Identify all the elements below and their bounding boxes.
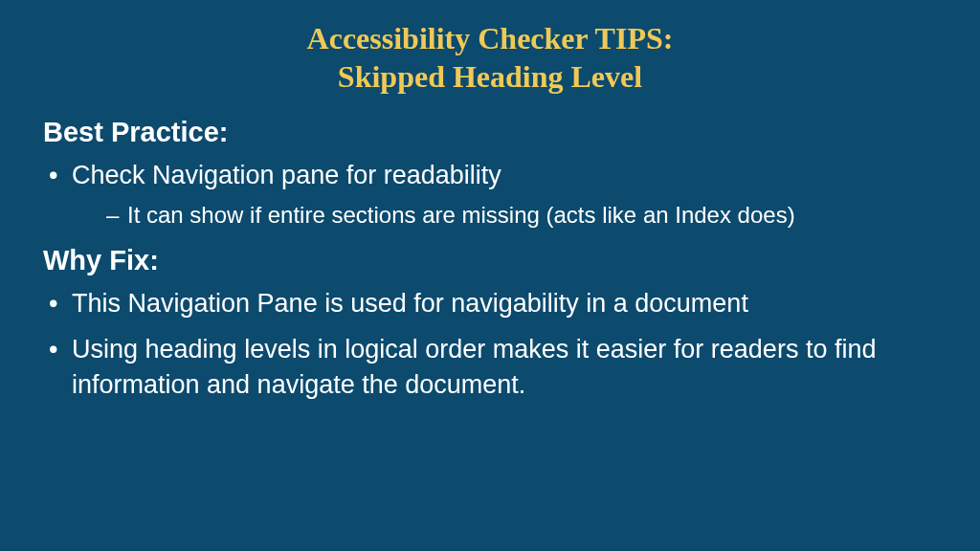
title-line-2: Skipped Heading Level <box>338 59 642 94</box>
bullet-text: Check Navigation pane for readability <box>72 161 501 189</box>
sub-list: It can show if entire sections are missi… <box>72 200 937 231</box>
slide-title: Accessibility Checker TIPS: Skipped Head… <box>43 19 937 96</box>
title-line-1: Accessibility Checker TIPS: <box>307 21 674 55</box>
list-item: Using heading levels in logical order ma… <box>43 332 937 402</box>
best-practice-list: Check Navigation pane for readability It… <box>43 158 937 231</box>
why-fix-heading: Why Fix: <box>43 245 937 276</box>
why-fix-list: This Navigation Pane is used for navigab… <box>43 286 937 402</box>
list-item: This Navigation Pane is used for navigab… <box>43 286 937 320</box>
best-practice-heading: Best Practice: <box>43 117 937 148</box>
slide-container: Accessibility Checker TIPS: Skipped Head… <box>0 0 980 551</box>
list-item: Check Navigation pane for readability It… <box>43 158 937 231</box>
sub-list-item: It can show if entire sections are missi… <box>72 200 937 231</box>
